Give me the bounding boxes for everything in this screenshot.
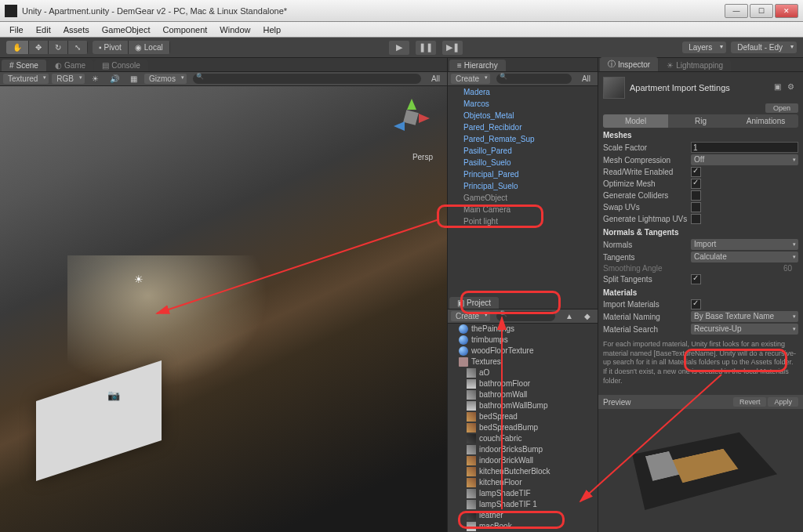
layers-dropdown[interactable]: Layers: [682, 42, 726, 53]
project-texture[interactable]: couchFabric: [448, 433, 598, 444]
generate-colliders-checkbox[interactable]: [691, 190, 701, 201]
animations-tab[interactable]: Animations: [733, 114, 798, 128]
project-texture[interactable]: kitchenFloor: [448, 477, 598, 488]
project-search[interactable]: [496, 311, 555, 321]
step-button[interactable]: ▶❚: [442, 41, 463, 55]
scene-all[interactable]: All: [427, 74, 444, 84]
pause-button[interactable]: ❚❚: [416, 41, 436, 55]
open-button[interactable]: Open: [765, 103, 798, 113]
hierarchy-search[interactable]: [496, 74, 572, 84]
shading-dropdown[interactable]: Textured: [3, 74, 49, 84]
project-folder[interactable]: Textures: [448, 356, 598, 367]
normals-dropdown[interactable]: Import: [691, 239, 798, 250]
scene-search[interactable]: [193, 74, 421, 84]
hand-tool[interactable]: ✋: [6, 41, 29, 54]
light-gizmo-icon[interactable]: ☀: [134, 273, 144, 285]
project-create[interactable]: Create: [451, 311, 490, 321]
move-tool[interactable]: ✥: [29, 41, 49, 54]
split-tangents-checkbox[interactable]: [691, 274, 701, 284]
rotate-tool[interactable]: ↻: [49, 41, 68, 54]
hierarchy-item[interactable]: Pasillo_Pared: [448, 145, 598, 157]
menu-help[interactable]: Help: [256, 24, 287, 36]
maximize-button[interactable]: ☐: [750, 4, 773, 18]
minimize-button[interactable]: —: [725, 4, 748, 18]
apply-button[interactable]: Apply: [768, 397, 798, 407]
rig-tab[interactable]: Rig: [668, 114, 733, 128]
menu-file[interactable]: File: [3, 24, 30, 36]
close-button[interactable]: ✕: [775, 4, 798, 18]
preview-body[interactable]: [598, 409, 803, 519]
help-icon[interactable]: ▣: [774, 82, 785, 93]
hierarchy-item[interactable]: Marcos: [448, 98, 598, 110]
rgb-dropdown[interactable]: RGB: [52, 74, 85, 84]
hierarchy-create[interactable]: Create: [451, 74, 490, 84]
model-tab[interactable]: Model: [603, 114, 668, 128]
play-button[interactable]: ▶: [389, 41, 409, 55]
scale-tool[interactable]: ⤡: [68, 41, 88, 54]
hierarchy-item[interactable]: Main Camera: [448, 204, 598, 215]
persp-label[interactable]: Persp: [412, 153, 433, 161]
hierarchy-item[interactable]: Objetos_Metal: [448, 110, 598, 121]
pivot-toggle[interactable]: ▪ Pivot: [93, 41, 129, 54]
camera-gizmo-icon[interactable]: 📷: [107, 389, 120, 401]
tangents-dropdown[interactable]: Calculate: [691, 252, 798, 262]
project-texture[interactable]: indoorBrickWall: [448, 455, 598, 466]
hierarchy-item[interactable]: Principal_Pared: [448, 168, 598, 180]
tab-project[interactable]: ▣ Project: [449, 297, 499, 309]
menu-gameobject[interactable]: GameObject: [96, 24, 157, 36]
project-texture[interactable]: bathroomWall: [448, 389, 598, 400]
light-toggle[interactable]: ☀: [88, 74, 103, 84]
menu-component[interactable]: Component: [156, 24, 213, 36]
project-filter2[interactable]: ◆: [580, 311, 594, 321]
menu-assets[interactable]: Assets: [57, 24, 96, 36]
scene-view[interactable]: ☀ 📷 Persp: [0, 86, 447, 532]
gizmos-dropdown[interactable]: Gizmos: [144, 74, 187, 84]
audio-toggle[interactable]: 🔊: [106, 74, 123, 84]
project-texture[interactable]: bathroomWallBump: [448, 400, 598, 411]
mesh-compression-dropdown[interactable]: Off: [691, 154, 798, 165]
scale-factor-input[interactable]: [691, 142, 798, 153]
import-materials-checkbox[interactable]: [691, 299, 701, 309]
gear-icon[interactable]: ⚙: [787, 82, 798, 93]
project-texture[interactable]: aO: [448, 367, 598, 378]
menu-edit[interactable]: Edit: [30, 24, 57, 36]
read-write-checkbox[interactable]: [691, 167, 701, 177]
project-item[interactable]: woodFloorTexture: [448, 346, 598, 356]
project-texture[interactable]: leather: [448, 510, 598, 521]
project-texture[interactable]: kitchenButcherBlock: [448, 466, 598, 477]
hierarchy-item[interactable]: Pared_Recibidor: [448, 121, 598, 133]
optimize-mesh-checkbox[interactable]: [691, 179, 701, 189]
tab-inspector[interactable]: ⓘ Inspector: [600, 57, 658, 71]
hierarchy-item[interactable]: Principal_Suelo: [448, 180, 598, 192]
orientation-gizmo[interactable]: [387, 94, 434, 141]
project-filter1[interactable]: ▲: [561, 311, 577, 321]
hierarchy-item[interactable]: Pasillo_Suelo: [448, 157, 598, 168]
local-toggle[interactable]: ◉ Local: [129, 41, 170, 54]
swap-uvs-checkbox[interactable]: [691, 202, 701, 212]
tab-lightmapping[interactable]: ☀ Lightmapping: [659, 60, 731, 71]
project-texture[interactable]: bathroomFloor: [448, 378, 598, 389]
hierarchy-all[interactable]: All: [578, 74, 594, 84]
menu-window[interactable]: Window: [213, 24, 256, 36]
hierarchy-item[interactable]: Pared_Remate_Sup: [448, 133, 598, 145]
layout-dropdown[interactable]: Default - Edy: [731, 42, 797, 53]
project-texture[interactable]: lampShadeTIF: [448, 488, 598, 499]
hierarchy-item[interactable]: GameObject: [448, 192, 598, 204]
tab-scene[interactable]: # Scene: [2, 60, 46, 71]
fx-toggle[interactable]: ▦: [126, 74, 141, 84]
project-texture[interactable]: lampShadeTIF 1: [448, 499, 598, 510]
hierarchy-item[interactable]: Madera: [448, 86, 598, 98]
tab-console[interactable]: ▤ Console: [94, 60, 148, 71]
tab-hierarchy[interactable]: ≡ Hierarchy: [449, 60, 506, 71]
project-texture[interactable]: indoorBricksBump: [448, 444, 598, 455]
hierarchy-item[interactable]: Point light: [448, 215, 598, 227]
project-texture[interactable]: bedSpread: [448, 411, 598, 422]
generate-lightmap-checkbox[interactable]: [691, 214, 701, 224]
material-naming-dropdown[interactable]: By Base Texture Name: [691, 311, 798, 322]
project-item[interactable]: trimbumps: [448, 335, 598, 346]
project-texture[interactable]: macBook: [448, 521, 598, 532]
material-search-dropdown[interactable]: Recursive-Up: [691, 324, 798, 335]
tab-game[interactable]: ◐ Game: [47, 60, 93, 71]
project-item[interactable]: thePaintings: [448, 324, 598, 335]
revert-button[interactable]: Revert: [733, 397, 767, 407]
